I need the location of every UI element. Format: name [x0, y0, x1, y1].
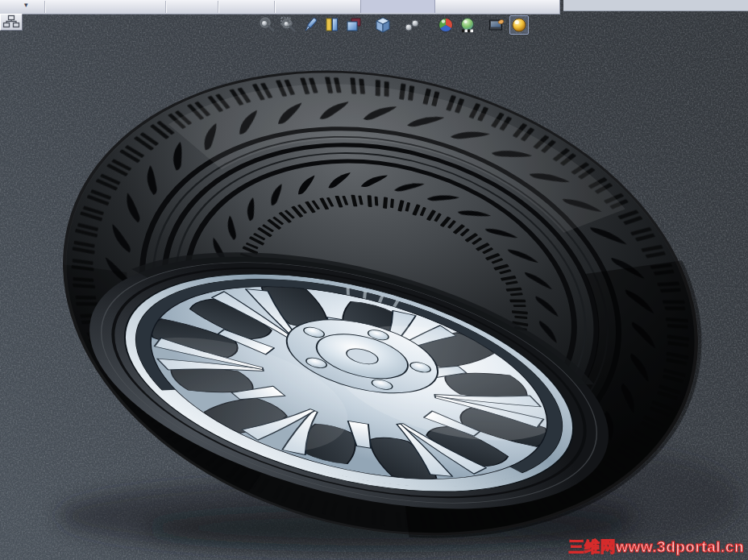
view-settings-button[interactable]: [488, 16, 505, 34]
toolbar-separator: [165, 1, 166, 13]
apply-scene-button[interactable]: [459, 16, 476, 34]
zoom-to-area-button[interactable]: [280, 16, 297, 34]
apply-scene-icon: [459, 16, 476, 34]
watermark-text: 三维网www.3dportal.cn: [569, 537, 744, 558]
toolbar-separator: [218, 1, 218, 13]
section-view-icon: [345, 16, 363, 34]
feature-tree-toggle-button[interactable]: [0, 14, 23, 31]
display-style-button[interactable]: [403, 16, 421, 34]
section-view-button[interactable]: [345, 16, 363, 34]
rotate-view-button[interactable]: [301, 16, 319, 34]
toolbar-separator: [274, 1, 275, 13]
toolbar-separator: [44, 1, 45, 13]
zoom-to-area-icon: [280, 16, 297, 34]
toolbar-strip-right: [563, 0, 748, 11]
previous-view-icon: [323, 16, 341, 34]
zoom-to-fit-button[interactable]: [258, 16, 276, 34]
realview-graphics-button[interactable]: [509, 15, 529, 35]
zoom-to-fit-icon: [258, 16, 276, 34]
realview-icon: [510, 16, 528, 34]
window-panes-icon: [2, 15, 20, 28]
viewport-3d[interactable]: [0, 0, 748, 560]
edit-appearance-button[interactable]: [437, 16, 455, 34]
toolbar-overflow-arrow[interactable]: ▾: [24, 1, 28, 9]
toolbar-strip: ▾: [0, 0, 560, 15]
view-orientation-icon: [374, 16, 392, 34]
previous-view-button[interactable]: [323, 16, 341, 34]
edit-appearance-icon: [437, 16, 455, 34]
rotate-view-icon: [301, 16, 319, 34]
view-settings-icon: [488, 16, 505, 34]
view-toolbar: [258, 15, 529, 35]
view-orientation-button[interactable]: [374, 16, 392, 34]
display-style-icon: [403, 16, 421, 34]
toolbar-active-cell[interactable]: [360, 0, 435, 13]
